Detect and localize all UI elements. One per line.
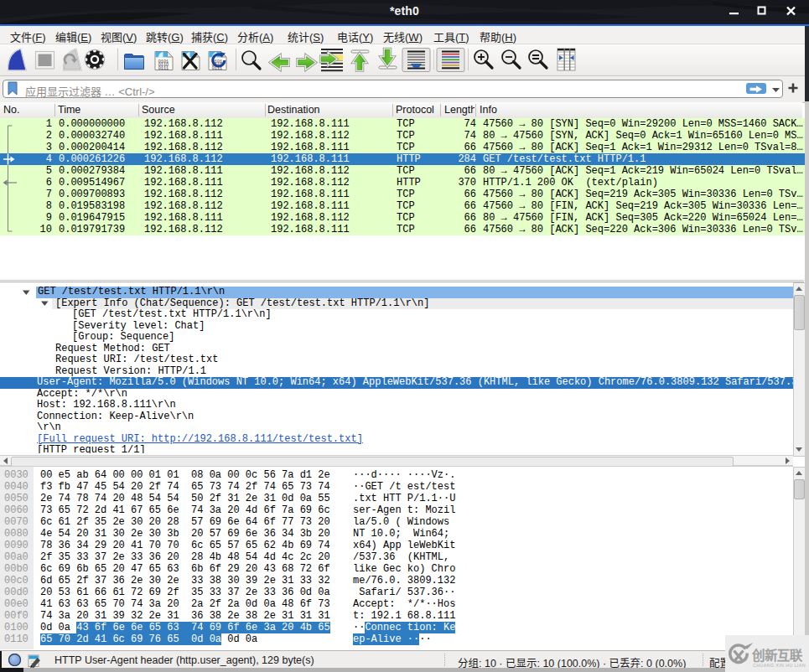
- svg-text:CHUANG XIN HU LIAN: CHUANG XIN HU LIAN: [753, 663, 806, 668]
- svg-text:0111: 0111: [158, 65, 169, 71]
- svg-text:创新互联: 创新互联: [751, 645, 803, 664]
